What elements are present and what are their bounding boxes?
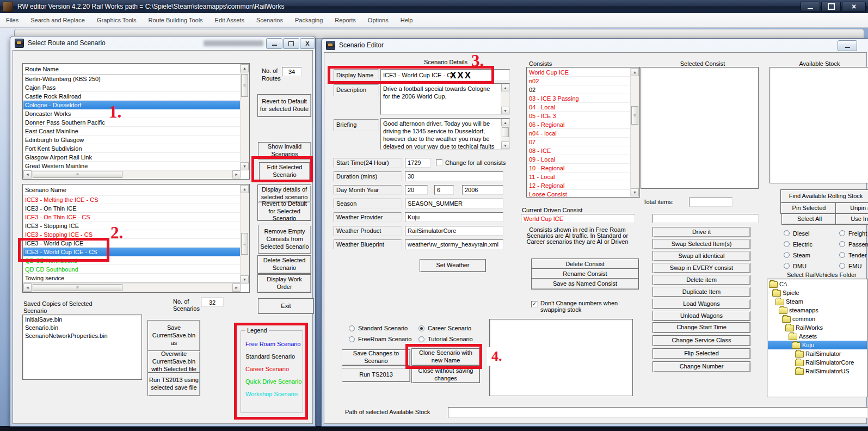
current-driven-consist-value[interactable]: World Cup ICE	[521, 214, 635, 223]
maximize-button[interactable]	[821, 2, 841, 12]
consist-item[interactable]: 02	[527, 85, 631, 94]
minimize-button[interactable]	[266, 38, 282, 49]
route-list-item[interactable]: Edinburgh to Glasgow	[23, 136, 241, 144]
scenario-list-horizontal-scrollbar[interactable]: ◄ ≡ ►	[23, 283, 241, 292]
minimize-button[interactable]	[838, 40, 857, 51]
change-action-button[interactable]: Change Number	[652, 361, 750, 372]
month-input[interactable]: 6	[434, 185, 454, 195]
change-action-button[interactable]: Change Start Time	[652, 322, 750, 333]
available-stock-list[interactable]	[769, 67, 868, 183]
route-list-item[interactable]: Fort Kent Subdivision	[23, 144, 241, 153]
editor-window-title-bar[interactable]: Scenario Editor	[322, 39, 868, 52]
set-weather-button[interactable]: Set Weather	[420, 259, 486, 272]
close-button[interactable]: ×	[842, 2, 866, 12]
weather-blueprint-input[interactable]: weather\rw_stormy_heavyrain.xml	[405, 239, 503, 249]
stock-action-button[interactable]: Swap in EVERY consist	[652, 263, 750, 273]
engine-radio-row[interactable]: DMU	[784, 262, 835, 273]
minimize-button[interactable]	[801, 2, 820, 12]
scroll-down-arrow[interactable]: ▼	[631, 188, 639, 196]
duration-input[interactable]: 30	[405, 171, 503, 181]
scroll-down-arrow[interactable]: ▼	[501, 107, 509, 114]
saved-file-item[interactable]: Scenario.bin	[23, 324, 141, 332]
folder-tree-item[interactable]: Spiele	[768, 288, 867, 297]
stock-action-button[interactable]: Duplicate Item	[652, 287, 750, 297]
scroll-down-arrow[interactable]: ▼	[501, 141, 509, 149]
revert-to-default-scenario-button[interactable]: Revert to Default for Selected Scenario	[257, 202, 311, 221]
save-currentsave-as-button[interactable]: Save CurrentSave.bin as	[147, 320, 200, 352]
pin-selected-button[interactable]: Pin Selected	[780, 202, 838, 214]
dont-change-numbers-checkbox[interactable]: ✓	[531, 301, 538, 307]
save-as-named-consist-button[interactable]: Save as Named Consist	[531, 278, 639, 290]
scroll-right-arrow[interactable]: ►	[232, 284, 241, 292]
engine-radio-row[interactable]: Freight	[839, 229, 868, 240]
briefing-input[interactable]: Good afternoon driver. Today you will be…	[380, 118, 510, 150]
folder-tree-item[interactable]: RailWorks	[768, 323, 867, 332]
consists-list[interactable]: World Cup ICEn020203 - ICE 3 Passing04 -…	[526, 67, 640, 198]
engine-radio-row[interactable]: Steam	[784, 251, 835, 262]
scroll-down-arrow[interactable]: ▼	[241, 275, 249, 284]
saved-copies-list[interactable]: InitialSave.binScenario.binScenarioNetwo…	[22, 315, 142, 380]
use-index-button[interactable]: Use Index	[835, 213, 868, 225]
selected-consist-list[interactable]	[641, 67, 759, 189]
scenario-list-item[interactable]: Towing service	[23, 274, 241, 282]
consist-item[interactable]: 05 - ICE 3	[527, 112, 631, 120]
engine-radio-row[interactable]: Tender	[839, 251, 868, 262]
select-all-button[interactable]: Select All	[781, 213, 838, 225]
delete-selected-scenario-button[interactable]: Delete Selected Scenario	[257, 255, 311, 274]
route-list-horizontal-scrollbar[interactable]: ◄ ≡ ►	[23, 170, 241, 178]
scroll-up-arrow[interactable]: ▲	[501, 84, 509, 91]
scenario-list-item[interactable]: ICE3 - On Thin ICE - CS	[23, 213, 241, 221]
no-of-scenarios-value[interactable]: 32	[201, 298, 224, 307]
consist-item[interactable]: 11 - Local	[527, 173, 631, 181]
railvehicles-folder-tree[interactable]: C:\ Spiele Steam steamapps common RailWo…	[767, 279, 868, 397]
scroll-right-arrow[interactable]: ►	[232, 170, 241, 178]
scenario-list-item[interactable]: QD CD Southbound	[23, 265, 241, 274]
menu-item[interactable]: Graphics Tools	[91, 13, 143, 27]
consist-item[interactable]: 06 - Regional	[527, 120, 631, 129]
consist-item[interactable]: World Cup ICE	[527, 68, 631, 77]
unpin-all-items-button[interactable]: Unpin all it	[835, 202, 868, 214]
stock-action-button[interactable]: Delete item	[652, 275, 750, 285]
radio-icon[interactable]	[784, 263, 790, 269]
season-input[interactable]: SEASON_SUMMER	[405, 199, 503, 208]
display-work-order-button[interactable]: Display Work Order	[257, 274, 311, 293]
maximize-button[interactable]	[283, 38, 299, 49]
close-button[interactable]: X	[300, 38, 315, 49]
scrollbar-thumb[interactable]: ≡	[33, 171, 122, 178]
scenario-list-item[interactable]: ICE3 - Stopping ICE	[23, 221, 241, 230]
scrollbar-thumb[interactable]: ≡	[33, 284, 122, 291]
start-time-input[interactable]: 1729	[405, 158, 431, 168]
run-ts2013-save-button[interactable]: Run TS2013 using selected save file	[147, 372, 200, 396]
consist-item[interactable]: n04 - local	[527, 129, 631, 138]
menu-item[interactable]: Edit Assets	[209, 13, 250, 27]
description-scrollbar[interactable]: ▲ ▼	[501, 84, 509, 114]
folder-tree-item[interactable]: steamapps	[768, 306, 867, 315]
route-list-item[interactable]: Doncaster Works	[23, 109, 241, 118]
engine-radio-row[interactable]: Diesel	[784, 229, 835, 240]
folder-tree-item[interactable]: C:\	[768, 280, 867, 288]
folder-tree-item[interactable]: Kuju	[768, 341, 867, 349]
route-list-item[interactable]: Great Western Mainline	[23, 162, 241, 170]
menu-item[interactable]: Packaging	[289, 13, 329, 27]
route-list-item[interactable]: Cologne - Dusseldorf	[23, 101, 241, 109]
consist-item[interactable]: 10 - Regional	[527, 164, 631, 173]
consist-item[interactable]: 08 - ICE	[527, 146, 631, 155]
folder-tree-item[interactable]: Steam	[768, 297, 867, 306]
filter-input[interactable]	[652, 214, 759, 223]
run-ts2013-button[interactable]: Run TS2013	[342, 368, 410, 382]
path-of-available-stock-input[interactable]	[448, 407, 868, 418]
scroll-left-arrow[interactable]: ◄	[23, 170, 32, 178]
remove-empty-consists-button[interactable]: Remove Empty Consists from Selected Scen…	[258, 225, 311, 254]
change-action-button[interactable]: Change Service Class	[652, 335, 750, 346]
description-input[interactable]: Drive a football special towards Cologne…	[380, 83, 510, 115]
radio-icon[interactable]	[784, 241, 790, 247]
tutorial-scenario-radio[interactable]	[418, 336, 424, 342]
scrollbar-thumb[interactable]: ≡	[631, 106, 638, 125]
radio-icon[interactable]	[839, 241, 845, 247]
career-scenario-radio[interactable]	[418, 325, 424, 331]
radio-icon[interactable]	[784, 230, 790, 236]
scroll-up-arrow[interactable]: ▲	[241, 185, 249, 193]
exit-button[interactable]: Exit	[258, 298, 314, 314]
scenario-list-item[interactable]: ICE3 - On Thin ICE	[23, 204, 241, 213]
briefing-scrollbar[interactable]: ▲ ▼	[501, 119, 509, 149]
